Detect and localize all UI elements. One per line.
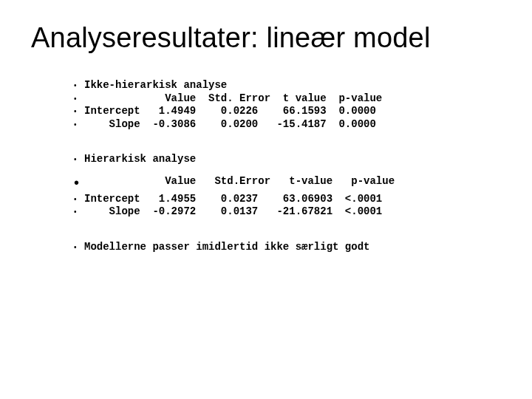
section-heading: • Hierarkisk analyse	[74, 153, 505, 166]
bullet-icon: •	[74, 153, 84, 166]
bullet-icon: •	[74, 193, 84, 205]
section-heading: • Ikke-hierarkisk analyse	[74, 79, 505, 92]
slide: Analyseresultater: lineær model • Ikke-h…	[0, 0, 532, 399]
table-row-text: Intercept 1.4949 0.0226 66.1593 0.0000	[84, 105, 376, 118]
table-header-text: Value Std.Error t-value p-value	[84, 175, 395, 188]
table-row-text: Intercept 1.4955 0.0237 63.06903 <.0001	[84, 193, 382, 206]
bullet-icon: •	[74, 175, 84, 190]
footnote-text: Modellerne passer imidlertid ikke særlig…	[84, 241, 369, 254]
slide-content: • Ikke-hierarkisk analyse • Value Std. E…	[74, 79, 505, 253]
table-row: • Slope -0.3086 0.0200 -15.4187 0.0000	[74, 118, 505, 132]
table-row: • Slope -0.2972 0.0137 -21.67821 <.0001	[74, 205, 505, 219]
bullet-icon: •	[74, 118, 84, 131]
table-header-row: • Value Std. Error t value p-value	[74, 92, 505, 106]
bullet-icon: •	[74, 205, 84, 218]
page-title: Analyseresultater: lineær model	[31, 22, 505, 54]
footnote: • Modellerne passer imidlertid ikke særl…	[74, 241, 505, 254]
table-row-text: Slope -0.3086 0.0200 -15.4187 0.0000	[84, 118, 376, 132]
section-heading-text: Ikke-hierarkisk analyse	[84, 79, 227, 92]
bullet-icon: •	[74, 79, 84, 92]
table-row: • Intercept 1.4949 0.0226 66.1593 0.0000	[74, 105, 505, 118]
bullet-icon: •	[74, 105, 84, 117]
table-row: • Intercept 1.4955 0.0237 63.06903 <.000…	[74, 193, 505, 206]
table-header-row: • Value Std.Error t-value p-value	[74, 175, 505, 190]
table-header-text: Value Std. Error t value p-value	[84, 92, 382, 106]
section-heading-text: Hierarkisk analyse	[84, 153, 196, 166]
bullet-icon: •	[74, 241, 84, 253]
table-row-text: Slope -0.2972 0.0137 -21.67821 <.0001	[84, 205, 382, 219]
bullet-icon: •	[74, 92, 84, 105]
